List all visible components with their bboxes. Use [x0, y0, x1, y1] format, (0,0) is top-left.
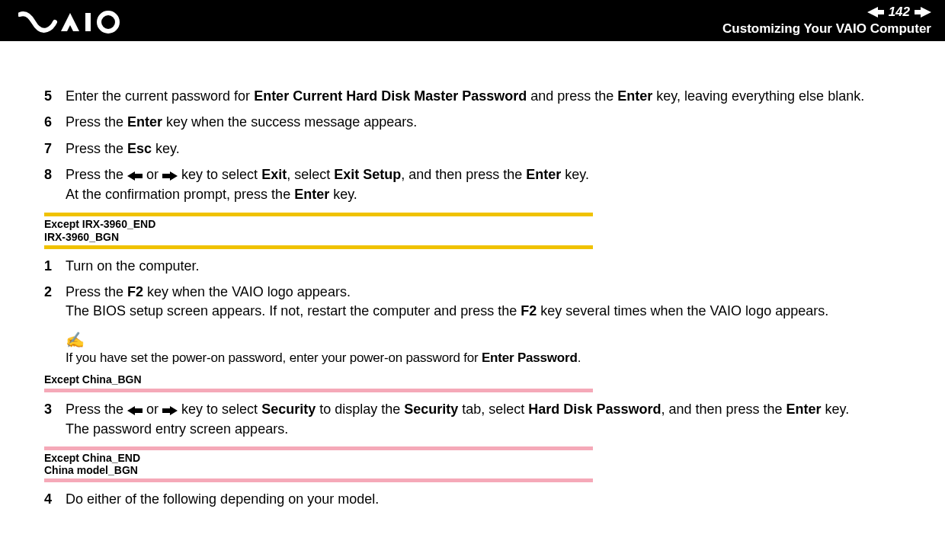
step-body: Press the or key to select Security to d…: [66, 400, 901, 439]
section-title: Customizing Your VAIO Computer: [722, 21, 931, 37]
step-list-mid: 1Turn on the computer.2Press the F2 key …: [44, 257, 901, 320]
divider-label-line: IRX-3960_BGN: [44, 231, 593, 244]
prev-page-arrow-icon[interactable]: [867, 7, 884, 18]
arrow-right-icon: [162, 167, 178, 185]
instruction-step: 1Turn on the computer.: [44, 257, 901, 275]
step-body: Press the F2 key when the VAIO logo appe…: [66, 283, 901, 320]
step-number: 4: [44, 490, 66, 508]
next-page-arrow-icon[interactable]: [915, 7, 931, 18]
arrow-left-icon: [127, 167, 143, 185]
step-body: Press the or key to select Exit, select …: [66, 165, 901, 204]
vaio-logo: [18, 3, 125, 41]
svg-marker-2: [867, 7, 884, 18]
instruction-step: 2Press the F2 key when the VAIO logo app…: [44, 283, 901, 320]
step-number: 5: [44, 87, 66, 105]
note-text: If you have set the power-on password, e…: [66, 350, 901, 366]
divider-label-line: Except China_END: [44, 452, 593, 465]
divider-label-line: Except IRX-3960_END: [44, 218, 593, 231]
svg-marker-6: [127, 406, 143, 415]
section-divider-pink: Except China_END China model_BGN: [44, 446, 593, 483]
instruction-step: 7Press the Esc key.: [44, 139, 901, 158]
page-navigation: 142: [722, 5, 931, 20]
svg-marker-3: [915, 7, 931, 18]
arrow-left-icon: [127, 402, 143, 420]
step-number: 7: [44, 139, 66, 158]
step-body: Press the Esc key.: [66, 139, 901, 158]
step-number: 3: [44, 400, 66, 439]
step-list-top: 5Enter the current password for Enter Cu…: [44, 87, 901, 203]
arrow-right-icon: [162, 402, 178, 420]
step-body: Do either of the following depending on …: [66, 490, 901, 508]
instruction-step: 5Enter the current password for Enter Cu…: [44, 87, 901, 105]
step-list-bottom: 4Do either of the following depending on…: [44, 490, 901, 508]
divider-label-line: Except China_BGN: [44, 373, 901, 386]
divider-label-line: China model_BGN: [44, 464, 593, 477]
step-number: 2: [44, 283, 66, 320]
step-number: 1: [44, 257, 66, 275]
step-body: Turn on the computer.: [66, 257, 901, 275]
svg-marker-5: [162, 171, 178, 181]
svg-point-1: [99, 13, 117, 31]
instruction-step: 3Press the or key to select Security to …: [44, 400, 901, 439]
header-right: 142 Customizing Your VAIO Computer: [722, 3, 931, 37]
instruction-step: 8Press the or key to select Exit, select…: [44, 165, 901, 204]
svg-marker-7: [162, 406, 178, 415]
page-number: 142: [889, 5, 910, 20]
section-divider-pink-single: Except China_BGN: [44, 373, 901, 392]
step-body: Press the Enter key when the success mes…: [66, 113, 901, 131]
note-icon: ✍: [66, 331, 901, 349]
instruction-step: 6Press the Enter key when the success me…: [44, 113, 901, 131]
svg-rect-0: [85, 13, 91, 31]
step-number: 8: [44, 165, 66, 204]
step-list-lower: 3Press the or key to select Security to …: [44, 400, 901, 439]
note-block: ✍ If you have set the power-on password,…: [66, 331, 901, 366]
svg-marker-4: [127, 171, 143, 181]
document-content: 5Enter the current password for Enter Cu…: [0, 41, 945, 508]
step-body: Enter the current password for Enter Cur…: [66, 87, 901, 105]
page-header: 142 Customizing Your VAIO Computer: [0, 0, 945, 41]
instruction-step: 4Do either of the following depending on…: [44, 490, 901, 508]
step-number: 6: [44, 113, 66, 131]
section-divider-yellow: Except IRX-3960_END IRX-3960_BGN: [44, 213, 593, 249]
